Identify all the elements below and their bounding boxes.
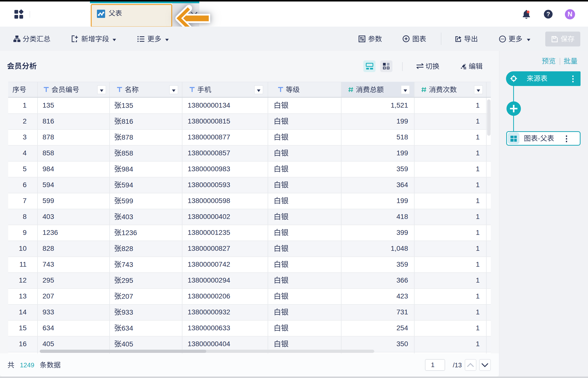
svg-text:?: ? (546, 11, 550, 17)
